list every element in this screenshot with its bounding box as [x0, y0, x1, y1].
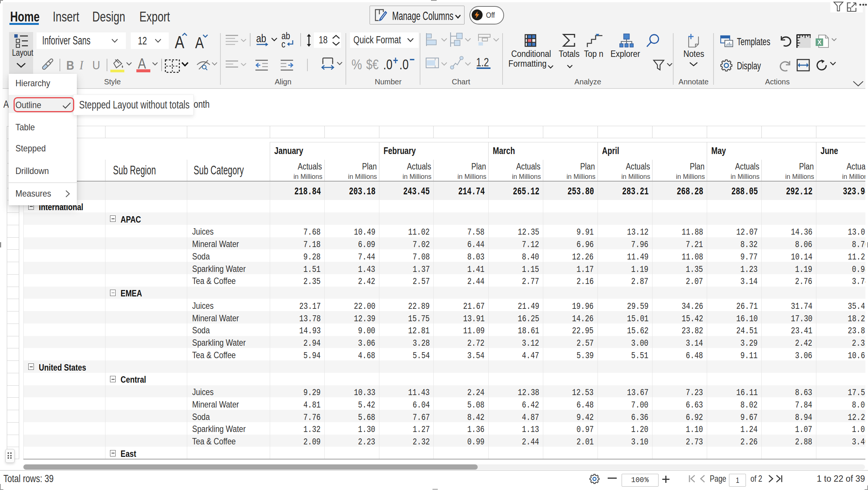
- svg-text:X: X: [818, 39, 822, 46]
